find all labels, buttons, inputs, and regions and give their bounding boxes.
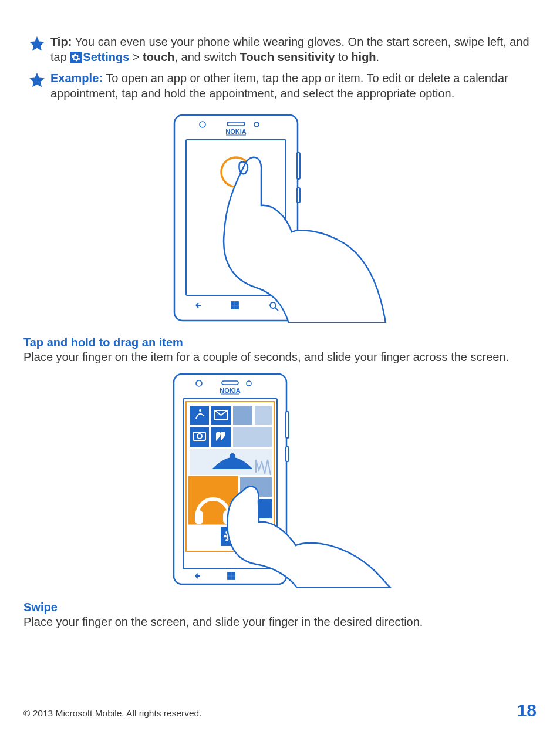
svg-point-53: [225, 539, 228, 541]
svg-rect-26: [190, 406, 209, 425]
sensitivity-label: Touch sensitivity: [240, 50, 335, 63]
svg-rect-57: [232, 572, 235, 575]
svg-rect-32: [190, 427, 209, 447]
gear-icon: [70, 52, 82, 63]
example-text: Example: To open an app or other item, t…: [50, 70, 537, 101]
svg-rect-56: [228, 572, 231, 575]
svg-text:NOKIA: NOKIA: [225, 128, 247, 135]
breadcrumb-separator: >: [129, 50, 143, 63]
settings-link: Settings: [83, 50, 129, 63]
svg-text:NOKIA: NOKIA: [220, 387, 241, 394]
illustration-drag: NOKIA: [23, 370, 537, 588]
svg-rect-2: [297, 188, 300, 203]
touch-label: touch: [143, 50, 174, 63]
example-body: To open an app or other item, tap the ap…: [50, 72, 508, 100]
svg-rect-18: [286, 447, 289, 461]
svg-rect-40: [195, 510, 203, 524]
svg-rect-1: [297, 153, 300, 179]
svg-rect-11: [235, 302, 238, 305]
tip-after: , and switch: [175, 50, 240, 63]
svg-rect-12: [231, 306, 234, 309]
example-label: Example:: [50, 72, 103, 85]
svg-point-27: [199, 409, 201, 412]
svg-rect-17: [286, 412, 289, 438]
example-callout: Example: To open an app or other item, t…: [23, 70, 537, 101]
svg-point-38: [230, 453, 235, 459]
tip-to: to: [335, 50, 352, 63]
page-number: 18: [517, 700, 537, 720]
svg-rect-58: [228, 577, 231, 579]
svg-rect-30: [233, 406, 252, 425]
svg-point-50: [224, 535, 227, 538]
section-body-drag: Place your finger on the item for a coup…: [23, 349, 537, 365]
svg-rect-36: [233, 427, 272, 447]
svg-rect-31: [255, 406, 272, 425]
section-title-swipe: Swipe: [23, 601, 537, 614]
section-body-swipe: Place your finger on the screen, and sli…: [23, 614, 537, 629]
svg-rect-59: [232, 577, 235, 579]
star-icon: [23, 34, 50, 53]
tip-period: .: [376, 50, 380, 63]
page-footer: © 2013 Microsoft Mobile. All rights rese…: [23, 700, 537, 720]
illustration-tap: NOKIA: [23, 112, 537, 323]
high-label: high: [351, 50, 376, 63]
svg-rect-13: [235, 306, 238, 309]
tip-text: Tip: You can even use your phone while w…: [50, 34, 537, 65]
tip-callout: Tip: You can even use your phone while w…: [23, 34, 537, 65]
tip-label: Tip:: [50, 35, 72, 48]
section-title-drag: Tap and hold to drag an item: [23, 336, 537, 349]
svg-rect-10: [231, 302, 234, 305]
copyright-text: © 2013 Microsoft Mobile. All rights rese…: [23, 708, 201, 719]
star-icon: [23, 70, 50, 89]
